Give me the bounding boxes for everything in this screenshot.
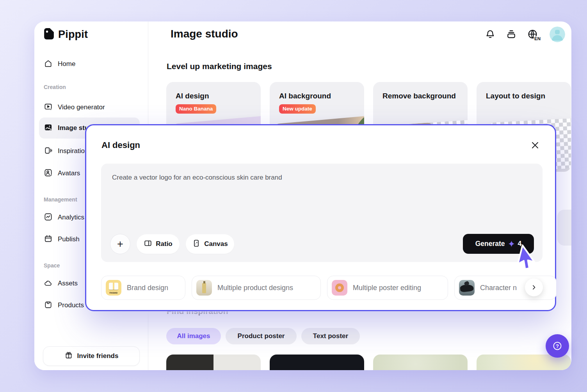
workspace-drawer-icon[interactable] [506, 29, 517, 40]
badge-new-update: New update [279, 104, 316, 114]
language-code: EN [534, 36, 541, 41]
generate-button[interactable]: Generate 4 [463, 234, 534, 254]
sidebar-item-label: Analytics [58, 214, 84, 221]
ratio-icon [144, 239, 152, 249]
card-title: AI background [279, 92, 355, 100]
assets-icon [44, 278, 53, 289]
sidebar-section-space: Space [44, 262, 60, 269]
modal-title: AI design [101, 140, 140, 150]
sidebar-item-label: Inspiration [58, 147, 88, 155]
inspiration-image[interactable] [373, 355, 468, 370]
canvas-icon [192, 239, 201, 249]
generate-label: Generate [475, 240, 505, 248]
sidebar-item-publish[interactable]: Publish [44, 233, 80, 246]
chip-multiple-poster-editing[interactable]: Multiple poster editing [327, 276, 448, 300]
ai-design-modal: AI design Create a vector logo for an ec… [85, 124, 556, 311]
inspiration-image[interactable] [270, 355, 364, 370]
page-title: Image studio [171, 28, 238, 40]
chip-label: Multiple poster editing [353, 284, 421, 292]
close-icon[interactable] [529, 139, 541, 151]
notifications-bell-icon[interactable] [485, 29, 496, 40]
credit-cost: 4 [518, 240, 522, 248]
sidebar-item-inspiration[interactable]: Inspiration [44, 145, 88, 157]
ratio-label: Ratio [156, 240, 173, 248]
card-title: AI design [176, 92, 251, 100]
inspiration-image[interactable] [166, 355, 261, 370]
plus-icon: + [117, 238, 123, 250]
sidebar-item-label: Assets [58, 280, 78, 287]
header-actions: EN [485, 27, 565, 42]
analytics-icon [44, 212, 53, 223]
motorcycle-shape [460, 284, 474, 292]
add-attachment-button[interactable]: + [110, 234, 130, 254]
sidebar-item-label: Products [58, 301, 84, 309]
invite-friends-button[interactable]: Invite friends [43, 346, 140, 366]
credit-sparkle-icon [508, 240, 515, 248]
user-avatar[interactable] [550, 27, 565, 42]
chip-label: Character n [480, 284, 517, 292]
invite-friends-label: Invite friends [77, 352, 119, 360]
sidebar-section-management: Management [44, 196, 77, 203]
chip-brand-design[interactable]: FASHIO Brand design [101, 276, 185, 300]
video-generator-icon [44, 102, 53, 113]
chips-next-button[interactable] [525, 278, 543, 296]
desktop: { "app_name": "Pippit", "header": { "tit… [0, 0, 587, 392]
language-selector[interactable]: EN [527, 29, 539, 40]
fashion-figures [109, 283, 118, 290]
image-studio-icon [44, 123, 53, 134]
avatars-icon [44, 168, 53, 179]
poster-editing-thumbnail [332, 280, 347, 296]
thumbnail-text: FASHIO [110, 292, 117, 294]
pippit-logo-icon [44, 28, 54, 41]
sidebar-item-label: Home [58, 60, 75, 68]
character-thumbnail [459, 280, 475, 296]
app-logo[interactable]: Pippit [44, 28, 88, 41]
sidebar-item-video-generator[interactable]: Video generator [44, 101, 105, 114]
home-icon [44, 59, 53, 69]
tab-product-poster[interactable]: Product poster [226, 328, 297, 344]
ratio-button[interactable]: Ratio [137, 234, 180, 254]
sidebar-item-assets[interactable]: Assets [44, 277, 78, 290]
section-title-marketing: Level up marketing images [167, 62, 272, 71]
inspiration-icon [44, 146, 53, 157]
modal-bottom-fade [85, 310, 556, 321]
sidebar-item-label: Avatars [58, 169, 80, 177]
canvas-label: Canvas [204, 240, 228, 248]
canvas-button[interactable]: Canvas [186, 234, 234, 254]
svg-text:?: ? [556, 343, 559, 349]
products-icon [44, 300, 53, 311]
card-title: Remove background [382, 92, 458, 100]
prompt-input[interactable]: Create a vector logo for an eco-consciou… [101, 164, 543, 222]
tab-all-images[interactable]: All images [166, 328, 221, 344]
badge-nano-banana: Nano Banana [176, 104, 216, 114]
sidebar-item-analytics[interactable]: Analytics [44, 211, 84, 224]
sidebar-item-avatars[interactable]: Avatars [44, 167, 80, 180]
perfume-bottle-shape [202, 283, 206, 293]
brand-design-thumbnail: FASHIO [106, 280, 121, 296]
sidebar-item-products[interactable]: Products [44, 299, 84, 312]
app-name: Pippit [58, 29, 88, 41]
product-designs-thumbnail [196, 280, 212, 296]
sidebar-item-label: Publish [58, 235, 80, 243]
chip-label: Brand design [127, 284, 168, 292]
chip-label: Multiple product designs [217, 284, 293, 292]
sidebar-section-creation: Creation [44, 84, 66, 90]
donut-shape [335, 283, 344, 292]
sidebar-item-label: Video generator [58, 103, 105, 111]
publish-icon [44, 234, 53, 245]
template-chips-row: FASHIO Brand design Multiple product des… [101, 276, 556, 301]
tab-text-poster[interactable]: Text poster [301, 328, 360, 344]
help-button[interactable]: ? [546, 334, 569, 358]
partially-visible-card [557, 210, 571, 246]
chip-multiple-product-designs[interactable]: Multiple product designs [192, 276, 321, 300]
sidebar-item-home[interactable]: Home [44, 58, 75, 70]
prompt-area: Create a vector logo for an eco-consciou… [101, 164, 543, 262]
gift-icon [64, 351, 73, 362]
card-title: Layout to design [486, 92, 562, 100]
